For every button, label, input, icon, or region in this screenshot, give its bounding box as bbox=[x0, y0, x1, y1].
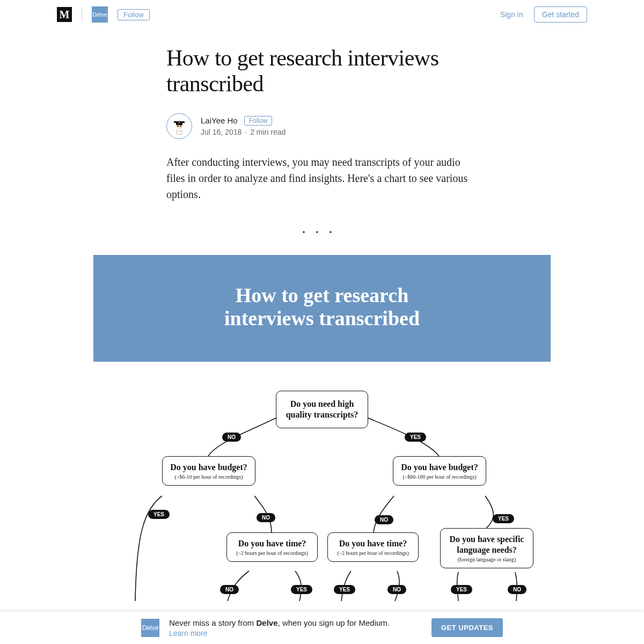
read-time: 2 min read bbox=[250, 128, 286, 136]
flowchart-pill-yes: YES bbox=[291, 585, 312, 594]
publish-date: Jul 16, 2018 bbox=[201, 128, 241, 136]
figure-body: Do you need high quality transcripts? NO… bbox=[93, 362, 551, 601]
follow-author-button[interactable]: Follow bbox=[244, 116, 273, 126]
learn-more-link[interactable]: Learn more bbox=[169, 629, 390, 638]
flowchart-figure: How to get research interviews transcrib… bbox=[93, 255, 551, 601]
flowchart-language-question: Do you have specific language needs? bbox=[447, 534, 526, 555]
flowchart-pill-yes: YES bbox=[334, 585, 355, 594]
flowchart-node-time-mid: Do you have time? (~2 hours per hour of … bbox=[327, 532, 419, 562]
flowchart-pill-no: NO bbox=[220, 585, 239, 594]
flowchart-budget-high-sub: (~$60-100 per hour of recordings) bbox=[400, 474, 479, 480]
meta-separator: · bbox=[245, 128, 247, 136]
get-started-button[interactable]: Get started bbox=[534, 6, 587, 23]
flowchart-time-left-sub: (~2 hours per hour of recordings) bbox=[233, 550, 311, 556]
article-body: After conducting interviews, you may nee… bbox=[166, 154, 478, 202]
flowchart-pill-no: NO bbox=[508, 585, 526, 594]
medium-logo-icon[interactable]: M bbox=[57, 7, 72, 22]
flowchart-pill-yes: YES bbox=[451, 585, 472, 594]
flowchart-pill-no: NO bbox=[375, 515, 393, 524]
banner-publication-name: Delve bbox=[257, 618, 278, 627]
publication-logo-icon[interactable]: Delve bbox=[92, 6, 108, 23]
flowchart-node-root: Do you need high quality transcripts? bbox=[276, 391, 368, 428]
figure-title-line2: interviews transcribed bbox=[224, 307, 420, 330]
flowchart-pill-no: NO bbox=[257, 513, 275, 522]
flowchart-node-budget-low: Do you have budget? (~$6-10 per hour of … bbox=[162, 456, 255, 486]
banner-suffix: , when you sign up for Medium. bbox=[278, 618, 390, 627]
header-divider bbox=[82, 8, 82, 21]
byline-meta: Jul 16, 2018 · 2 min read bbox=[201, 128, 286, 136]
flowchart-time-mid-sub: (~2 hours per hour of recordings) bbox=[334, 550, 412, 556]
flowchart-root-question: Do you need high quality transcripts? bbox=[282, 399, 362, 420]
flowchart-time-left-question: Do you have time? bbox=[233, 538, 311, 549]
flowchart-pill-yes: YES bbox=[148, 510, 170, 519]
byline-top: LaiYee Ho Follow bbox=[201, 116, 286, 126]
author-name[interactable]: LaiYee Ho bbox=[201, 116, 238, 125]
flowchart-pill-yes: YES bbox=[493, 514, 514, 523]
site-header: M Delve Follow Sign in Get started bbox=[0, 0, 644, 29]
banner-prefix: Never miss a story from bbox=[169, 618, 257, 627]
article: How to get research interviews transcrib… bbox=[140, 45, 504, 237]
figure-header: How to get research interviews transcrib… bbox=[93, 255, 551, 362]
flowchart-pill-yes: YES bbox=[405, 433, 426, 442]
intro-paragraph: After conducting interviews, you may nee… bbox=[166, 154, 478, 202]
flowchart-budget-high-question: Do you have budget? bbox=[400, 462, 479, 473]
article-title: How to get research interviews transcrib… bbox=[166, 45, 478, 97]
header-left: M Delve Follow bbox=[57, 6, 150, 23]
banner-text-block: Never miss a story from Delve, when you … bbox=[169, 618, 390, 637]
signin-link[interactable]: Sign in bbox=[500, 10, 523, 19]
flowchart-node-language: Do you have specific language needs? (fo… bbox=[440, 528, 533, 568]
section-separator-icon: ... bbox=[166, 219, 478, 237]
svg-point-2 bbox=[177, 125, 178, 126]
banner-publication-logo-icon[interactable]: Delve bbox=[141, 619, 159, 637]
flowchart-budget-low-question: Do you have budget? bbox=[169, 462, 248, 473]
follow-publication-button[interactable]: Follow bbox=[118, 9, 150, 20]
figure-title: How to get research interviews transcrib… bbox=[104, 284, 540, 331]
byline-text: LaiYee Ho Follow Jul 16, 2018 · 2 min re… bbox=[201, 116, 286, 136]
svg-rect-1 bbox=[176, 123, 182, 125]
flowchart-language-sub: (foreign language or slang) bbox=[447, 557, 526, 562]
byline: LaiYee Ho Follow Jul 16, 2018 · 2 min re… bbox=[166, 113, 478, 139]
flowchart-pill-no: NO bbox=[222, 433, 241, 442]
flowchart-time-mid-question: Do you have time? bbox=[334, 538, 412, 549]
flowchart-pill-no: NO bbox=[387, 585, 406, 594]
author-avatar-icon[interactable] bbox=[166, 113, 192, 139]
flowchart-node-budget-high: Do you have budget? (~$60-100 per hour o… bbox=[393, 456, 486, 486]
banner-text: Never miss a story from Delve, when you … bbox=[169, 618, 390, 627]
header-right: Sign in Get started bbox=[500, 6, 587, 23]
flowchart-budget-low-sub: (~$6-10 per hour of recordings) bbox=[169, 474, 248, 480]
svg-point-3 bbox=[180, 125, 181, 126]
get-updates-button[interactable]: GET UPDATES bbox=[431, 618, 503, 637]
signup-banner: Delve Never miss a story from Delve, whe… bbox=[0, 611, 644, 644]
figure-title-line1: How to get research bbox=[236, 284, 409, 306]
flowchart-node-time-left: Do you have time? (~2 hours per hour of … bbox=[226, 532, 318, 562]
